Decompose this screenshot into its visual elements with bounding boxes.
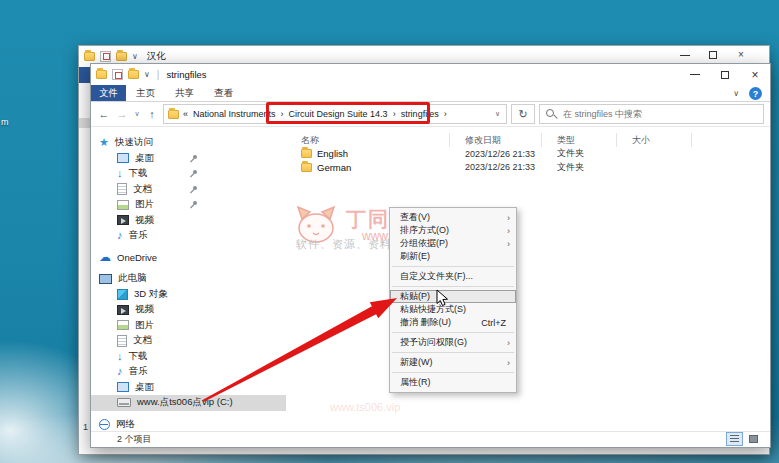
menu-item-paste[interactable]: 粘贴(P) <box>390 290 516 303</box>
submenu-arrow-icon: › <box>507 358 510 368</box>
column-header-type[interactable]: 类型 <box>542 133 617 147</box>
pin-icon <box>189 154 198 163</box>
title-bar: ∨ | stringfiles × <box>91 64 770 85</box>
folder-icon <box>84 52 95 61</box>
sidebar-label: 此电脑 <box>118 272 147 285</box>
maximize-button[interactable] <box>710 64 740 85</box>
sidebar-item-documents[interactable]: 文档 <box>91 182 286 198</box>
pin-icon <box>189 200 198 209</box>
back-icon[interactable]: ← <box>97 108 111 120</box>
refresh-icon: ↻ <box>518 108 527 121</box>
menu-item-undo-delete[interactable]: 撤消 删除(U)Ctrl+Z <box>390 316 516 329</box>
network-icon <box>99 419 110 430</box>
menu-item-properties[interactable]: 属性(R) <box>390 376 516 389</box>
sidebar-item-onedrive[interactable]: ☁ OneDrive <box>91 250 286 266</box>
menu-separator <box>392 372 514 373</box>
bg-minimize-button[interactable] <box>671 48 699 62</box>
tab-home[interactable]: 主页 <box>126 85 165 101</box>
forward-icon[interactable]: → <box>115 108 129 120</box>
chevron-down-icon[interactable]: ∨ <box>144 70 150 79</box>
sidebar-item-music-pc[interactable]: ♪ 音乐 <box>91 364 286 380</box>
tab-view[interactable]: 查看 <box>204 85 243 101</box>
column-header-size[interactable]: 大小 <box>617 133 692 147</box>
thumbnails-view-button[interactable] <box>745 432 762 446</box>
file-type: 文件夹 <box>542 161 617 174</box>
submenu-arrow-icon: › <box>507 338 510 348</box>
sidebar-label: 图片 <box>135 319 154 332</box>
folder-icon <box>96 70 107 79</box>
up-icon[interactable]: ↑ <box>145 108 159 120</box>
column-header-name[interactable]: 名称 <box>286 133 450 147</box>
refresh-button[interactable]: ↻ <box>511 104 535 124</box>
folder-icon <box>168 110 179 119</box>
picture-icon <box>117 200 129 210</box>
menu-item-give-access[interactable]: 授予访问权限(G)› <box>390 336 516 349</box>
menu-item-new[interactable]: 新建(W)› <box>390 356 516 369</box>
desktop-icon <box>117 382 129 392</box>
close-button[interactable]: × <box>740 64 770 85</box>
desktop: m ∨ 汉化 × 1 ∨ | stringfiles <box>0 0 779 463</box>
sidebar-item-quick-access[interactable]: ★ 快速访问 <box>91 135 286 151</box>
status-bar: 2 个项目 <box>91 431 770 447</box>
file-name: German <box>317 162 351 173</box>
sidebar-label: 3D 对象 <box>134 288 168 301</box>
menu-item-paste-shortcut[interactable]: 粘贴快捷方式(S) <box>390 303 516 316</box>
video-icon <box>117 305 129 315</box>
sidebar-item-downloads-pc[interactable]: ↓ 下载 <box>91 349 286 365</box>
computer-icon <box>99 274 112 284</box>
sidebar-label: OneDrive <box>117 252 157 263</box>
breadcrumb-segment[interactable]: National Instruments <box>193 109 276 119</box>
expand-ribbon-icon[interactable]: ∨ <box>733 89 739 98</box>
sidebar-label: 文档 <box>133 183 152 196</box>
menu-item-refresh[interactable]: 刷新(E) <box>390 250 516 263</box>
cube-icon <box>117 289 128 300</box>
sidebar-item-this-pc[interactable]: 此电脑 <box>91 271 286 287</box>
cloud-icon: ☁ <box>99 251 111 263</box>
menu-item-view[interactable]: 查看(V)› <box>390 211 516 224</box>
folder-icon <box>301 149 312 158</box>
sidebar-item-desktop-pc[interactable]: 桌面 <box>91 380 286 396</box>
submenu-arrow-icon: › <box>507 213 510 223</box>
details-view-button[interactable] <box>726 432 743 446</box>
sidebar-item-downloads[interactable]: ↓ 下载 <box>91 166 286 182</box>
sidebar-label: 下载 <box>129 167 148 180</box>
sidebar-item-network[interactable]: 网络 <box>91 417 286 432</box>
sidebar-item-c-drive[interactable]: www.点ts006点vip (C:) <box>91 395 286 411</box>
sidebar-item-videos-pc[interactable]: 视频 <box>91 302 286 318</box>
minimize-button[interactable] <box>680 64 710 85</box>
sidebar-item-pictures[interactable]: 图片 <box>91 197 286 213</box>
menu-shortcut: Ctrl+Z <box>481 318 506 328</box>
search-box[interactable] <box>539 104 764 124</box>
column-header-date[interactable]: 修改日期 <box>450 133 542 147</box>
tab-file[interactable]: 文件 <box>91 85 126 101</box>
menu-item-group-by[interactable]: 分组依据(P)› <box>390 237 516 250</box>
sidebar-item-documents-pc[interactable]: 文档 <box>91 333 286 349</box>
folder-icon[interactable] <box>128 70 139 79</box>
context-menu: 查看(V)› 排序方式(O)› 分组依据(P)› 刷新(E) 自定义文件夹(F)… <box>389 207 517 393</box>
sidebar-item-pictures-pc[interactable]: 图片 <box>91 318 286 334</box>
tab-share[interactable]: 共享 <box>165 85 204 101</box>
search-input[interactable] <box>563 109 757 119</box>
help-icon[interactable]: ? <box>749 87 762 100</box>
separator: | <box>157 69 160 80</box>
document-icon <box>117 335 127 347</box>
sidebar-item-desktop[interactable]: 桌面 <box>91 151 286 167</box>
file-row-english[interactable]: English 2023/12/26 21:33 文件夹 <box>286 147 770 161</box>
sidebar-item-music[interactable]: ♪ 音乐 <box>91 228 286 244</box>
menu-separator <box>392 266 514 267</box>
sidebar-item-3d-objects[interactable]: 3D 对象 <box>91 287 286 303</box>
sidebar-item-videos[interactable]: 视频 <box>91 213 286 229</box>
address-dropdown-icon[interactable]: ∨ <box>493 110 502 118</box>
pin-icon <box>189 169 198 178</box>
bg-close-button[interactable]: × <box>727 48 755 62</box>
video-icon <box>117 215 129 225</box>
properties-icon[interactable] <box>112 69 123 80</box>
sidebar-label: 下载 <box>129 350 148 363</box>
menu-item-customize-folder[interactable]: 自定义文件夹(F)... <box>390 270 516 283</box>
pin-icon <box>189 185 198 194</box>
ribbon-tabs: 文件 主页 共享 查看 ∨ ? <box>91 85 770 102</box>
menu-item-sort-by[interactable]: 排序方式(O)› <box>390 224 516 237</box>
recent-locations-icon[interactable]: ∨ <box>133 110 141 118</box>
file-row-german[interactable]: German 2023/12/26 21:33 文件夹 <box>286 161 770 175</box>
bg-maximize-button[interactable] <box>699 48 727 62</box>
